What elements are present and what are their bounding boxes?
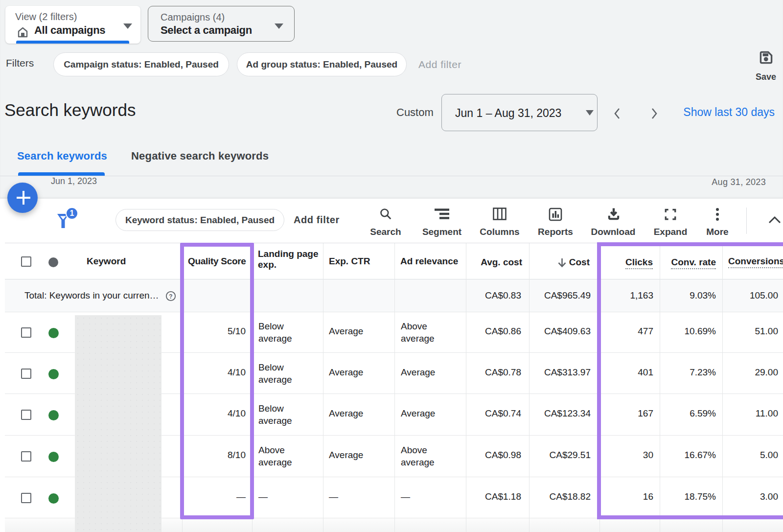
svg-text:?: ? bbox=[169, 293, 172, 300]
